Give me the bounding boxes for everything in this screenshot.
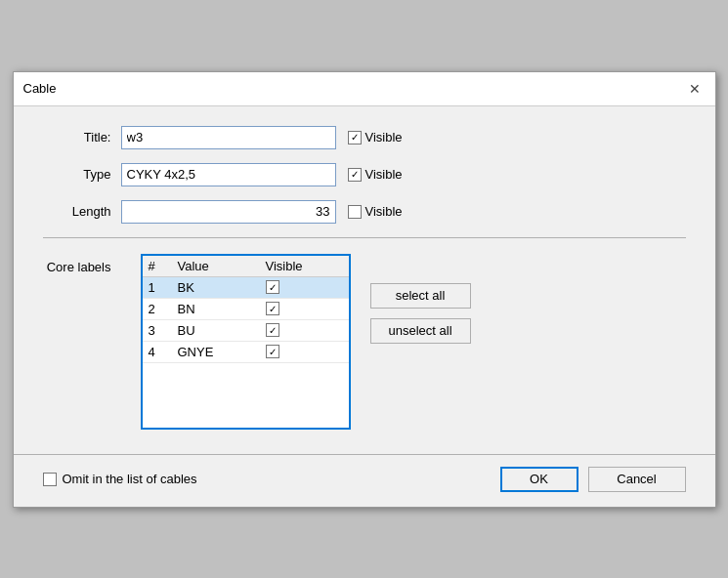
title-label: Title:: [43, 130, 121, 144]
title-bar: Cable ✕: [14, 72, 715, 106]
row-visible-checkbox[interactable]: [266, 302, 279, 315]
cell-num: 2: [143, 298, 172, 319]
core-labels-label: Core labels: [43, 254, 121, 274]
cell-value: GNYE: [172, 341, 260, 362]
type-input[interactable]: [121, 163, 336, 186]
col-header-value: Value: [172, 256, 260, 277]
divider: [43, 237, 686, 238]
length-label: Length: [43, 204, 121, 219]
length-input-wrapper: [121, 200, 336, 224]
row-visible-checkbox[interactable]: [266, 345, 279, 358]
table-row[interactable]: 3BU: [143, 319, 349, 341]
type-row: Type Visible: [43, 163, 686, 186]
footer-right: OK Cancel: [500, 467, 686, 492]
title-visible-checkbox[interactable]: [348, 131, 362, 144]
type-visible-label: Visible: [365, 167, 403, 182]
dialog-title: Cable: [23, 81, 57, 96]
unselect-all-button[interactable]: unselect all: [370, 318, 471, 344]
omit-label: Omit in the list of cables: [63, 472, 197, 486]
cell-visible: [260, 298, 349, 319]
core-table: # Value Visible 1BK2BN3BU4GNYE: [143, 256, 349, 363]
row-visible-checkbox[interactable]: [266, 280, 279, 294]
title-row: Title: Visible: [43, 126, 686, 149]
cell-num: 4: [143, 341, 172, 362]
cell-visible: [260, 341, 349, 362]
length-visible-label: Visible: [365, 204, 403, 219]
type-visible-checkbox[interactable]: [348, 168, 362, 182]
omit-checkbox[interactable]: [43, 473, 57, 486]
dialog-body: Title: Visible Type Visible Length: [14, 106, 715, 444]
cell-num: 1: [143, 276, 172, 298]
table-row[interactable]: 4GNYE: [143, 341, 349, 362]
table-row[interactable]: 2BN: [143, 298, 349, 319]
cell-value: BK: [172, 276, 260, 298]
close-button[interactable]: ✕: [684, 78, 706, 100]
length-input[interactable]: [121, 200, 336, 224]
side-buttons: select all unselect all: [370, 254, 471, 344]
dialog-footer: Omit in the list of cables OK Cancel: [14, 454, 715, 507]
length-row: Length Visible: [43, 200, 686, 224]
title-visible-label: Visible: [365, 130, 403, 144]
cell-num: 3: [143, 319, 172, 341]
type-visible-container: Visible: [348, 167, 403, 182]
table-header-row: # Value Visible: [143, 256, 349, 277]
col-header-num: #: [143, 256, 172, 277]
ok-button[interactable]: OK: [500, 467, 578, 492]
length-visible-container: Visible: [348, 204, 403, 219]
cable-dialog: Cable ✕ Title: Visible Type Visible: [13, 71, 716, 508]
cell-visible: [260, 319, 349, 341]
select-all-button[interactable]: select all: [370, 283, 471, 309]
footer-left: Omit in the list of cables: [43, 472, 197, 486]
row-visible-checkbox[interactable]: [266, 323, 279, 337]
cell-value: BU: [172, 319, 260, 341]
core-labels-section: Core labels # Value Visible 1BK2BN3BU4GN…: [43, 254, 686, 430]
col-header-visible: Visible: [260, 256, 349, 277]
type-input-wrapper: [121, 163, 336, 186]
cell-value: BN: [172, 298, 260, 319]
title-input-wrapper: [121, 126, 336, 149]
length-visible-checkbox[interactable]: [348, 205, 362, 219]
title-visible-container: Visible: [348, 130, 403, 144]
core-table-wrapper: # Value Visible 1BK2BN3BU4GNYE: [141, 254, 351, 430]
cell-visible: [260, 276, 349, 298]
cancel-button[interactable]: Cancel: [588, 467, 686, 492]
type-label: Type: [43, 167, 121, 182]
title-input[interactable]: [121, 126, 336, 149]
table-row[interactable]: 1BK: [143, 276, 349, 298]
